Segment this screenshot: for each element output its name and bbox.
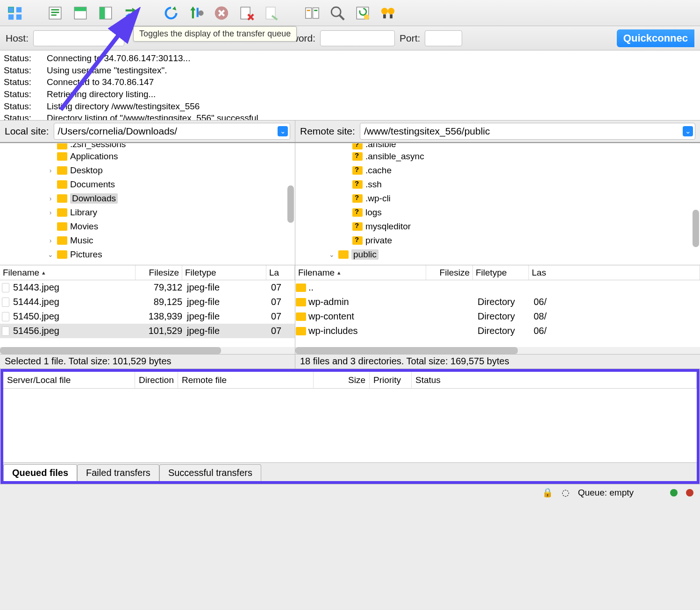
col-filename[interactable]: Filename [295,265,426,280]
cell-mod: 06/ [529,297,700,307]
col-filesize[interactable]: Filesize [426,265,473,280]
toggle-queue-button[interactable] [121,4,140,22]
list-row[interactable]: 51444.jpeg 89,125 jpeg-file 07 [0,295,295,309]
list-row[interactable]: 51456.jpeg 101,529 jpeg-file 07 [0,324,295,338]
col-filetype[interactable]: Filetype [473,265,529,280]
tree-item[interactable]: ›Library [0,206,295,220]
col-direction[interactable]: Direction [135,372,178,388]
expand-icon[interactable]: ⌄ [47,251,54,258]
col-filetype[interactable]: Filetype [182,265,266,280]
svg-rect-11 [100,7,105,19]
tree-label: Documents [70,179,115,190]
folder-icon [57,143,67,149]
chevron-down-icon: ⌄ [278,126,288,136]
tree-item[interactable]: .ansible_async [295,149,700,163]
file-icon [2,326,9,336]
list-row[interactable]: wp-includes Directory 06/ [295,324,700,338]
col-filesize[interactable]: Filesize [136,265,182,280]
col-status[interactable]: Status [412,372,697,388]
col-modified[interactable]: Las [529,265,700,280]
scrollbar[interactable] [693,210,699,247]
tree-item[interactable]: ›Desktop [0,163,295,177]
remote-tree[interactable]: .ansible.ansible_async.cache.ssh.wp-clil… [295,143,700,265]
expand-icon[interactable]: ⌄ [328,251,336,258]
file-icon [2,312,9,321]
tree-item[interactable]: private [295,234,700,248]
disconnect-button[interactable] [237,4,256,22]
local-tree[interactable]: .zsh_sessionsApplications›DesktopDocumen… [0,143,295,265]
refresh-button[interactable] [162,4,180,22]
tree-item[interactable]: .ssh [295,177,700,192]
scrollbar[interactable] [287,185,294,223]
password-input[interactable] [320,30,395,46]
quickconnect-button[interactable]: Quickconnec [617,29,694,47]
tree-item[interactable]: mysqleditor [295,220,700,234]
tab-failed-transfers[interactable]: Failed transfers [77,464,159,481]
list-row[interactable]: 51443.jpeg 79,312 jpeg-file 07 [0,280,295,295]
expand-icon[interactable]: › [47,195,54,202]
toggle-local-tree-button[interactable] [71,4,90,22]
expand-icon[interactable]: › [47,237,54,244]
folder-icon [296,327,306,335]
tree-item[interactable]: .cache [295,163,700,177]
list-row[interactable]: wp-content Directory 08/ [295,309,700,324]
tree-item[interactable]: Documents [0,177,295,192]
tab-queued-files[interactable]: Queued files [3,464,77,481]
col-filename[interactable]: Filename [0,265,136,280]
tree-item[interactable]: ›Downloads [0,192,295,206]
selection-status: Selected 1 file. Total size: 101,529 byt… [0,354,700,369]
compare-button[interactable] [303,4,321,22]
folder-icon [338,250,349,259]
remote-file-list[interactable]: Filename Filesize Filetype Las .. wp-adm… [295,265,700,354]
toggle-remote-tree-button[interactable] [96,4,115,22]
tree-item[interactable]: logs [295,206,700,220]
tree-item[interactable]: .zsh_sessions [0,143,295,149]
col-remote-file[interactable]: Remote file [178,372,314,388]
tree-item[interactable]: Movies [0,220,295,234]
folder-icon [57,250,67,259]
list-header: Filename Filesize Filetype Las [295,265,700,280]
site-manager-button[interactable] [6,4,24,22]
col-server-file[interactable]: Server/Local file [3,372,135,388]
expand-icon[interactable]: › [47,209,54,216]
folder-icon [57,208,67,217]
folder-icon [57,152,67,161]
status-dot-red [686,489,693,497]
col-size[interactable]: Size [314,372,370,388]
col-priority[interactable]: Priority [370,372,412,388]
tree-item[interactable]: .wp-cli [295,192,700,206]
folder-icon [352,152,363,161]
sync-browse-button[interactable] [353,4,372,22]
col-modified[interactable]: La [266,265,295,280]
quickconnect-bar: Host: Username: word: Port: Quickconnec [0,26,700,50]
log-label: Status: [4,52,47,64]
tree-item[interactable]: .ansible [295,143,700,149]
cancel-button[interactable] [212,4,231,22]
list-row[interactable]: .. [295,280,700,295]
filter-button[interactable] [379,4,397,22]
expand-icon[interactable]: › [47,167,54,174]
tree-item[interactable]: ›Music [0,234,295,248]
tree-item[interactable]: ⌄public [295,248,700,262]
search-button[interactable] [328,4,347,22]
h-scrollbar[interactable] [295,347,700,354]
local-file-list[interactable]: Filename Filesize Filetype La 51443.jpeg… [0,265,295,354]
tree-item[interactable]: ⌄Pictures [0,248,295,262]
svg-rect-14 [241,7,250,19]
reconnect-button[interactable] [263,4,281,22]
toggle-log-button[interactable] [46,4,64,22]
host-input[interactable] [33,30,124,46]
site-paths: Local site: /Users/cornelia/Downloads/ ⌄… [0,121,700,143]
remote-path-select[interactable]: /www/testingsitex_556/public ⌄ [360,123,695,140]
tab-successful-transfers[interactable]: Successful transfers [159,464,261,481]
port-input[interactable] [425,30,462,46]
tree-label: Music [70,235,93,246]
tree-item[interactable]: Applications [0,149,295,163]
cell-size: 101,529 [136,326,182,336]
queue-body[interactable] [3,389,697,462]
process-queue-button[interactable] [187,4,206,22]
list-row[interactable]: 51450.jpeg 138,939 jpeg-file 07 [0,309,295,324]
local-path-select[interactable]: /Users/cornelia/Downloads/ ⌄ [54,123,290,140]
list-row[interactable]: wp-admin Directory 06/ [295,295,700,309]
h-scrollbar[interactable] [0,347,295,354]
